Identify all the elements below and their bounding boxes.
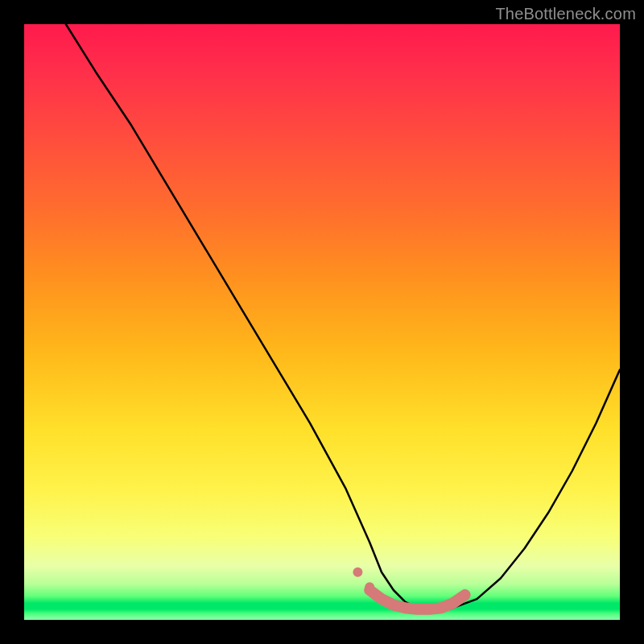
curve-layer xyxy=(24,24,620,620)
bottleneck-curve xyxy=(66,24,620,611)
chart-frame: TheBottleneck.com xyxy=(0,0,644,644)
highlight-dot xyxy=(365,582,374,592)
highlight-segment xyxy=(369,590,464,609)
highlight-dot xyxy=(353,568,362,577)
watermark-text: TheBottleneck.com xyxy=(495,5,636,23)
